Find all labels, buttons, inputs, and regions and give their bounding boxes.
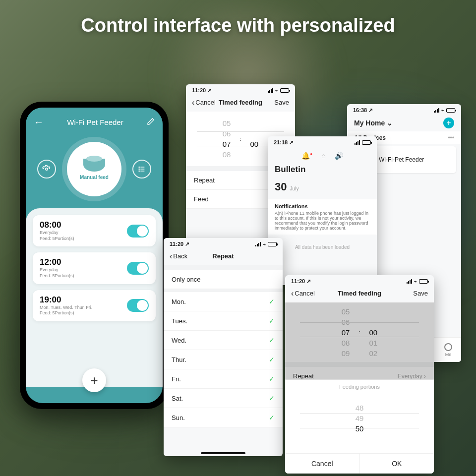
status-time: 11:20 ↗	[291, 278, 311, 285]
sheet-cancel-button[interactable]: Cancel	[285, 454, 360, 474]
save-button[interactable]: Save	[403, 290, 428, 297]
bowl-icon	[83, 159, 105, 172]
notification-body: A(n) iPhone 11 mobile phone has just log…	[275, 211, 368, 231]
schedule-item[interactable]: 19:00 Mon. Tues. Wed. Thur. Fri. Feed: 5…	[33, 290, 156, 321]
check-icon: ✓	[269, 356, 275, 363]
more-icon[interactable]: •••	[448, 134, 454, 141]
schedule-time: 19:00	[40, 295, 92, 305]
schedule-item[interactable]: 12:00 Everyday Feed: 5Portion(s)	[33, 252, 156, 284]
home-icon[interactable]: ⌂	[321, 152, 325, 160]
status-icons: ⌁	[255, 241, 277, 247]
save-button[interactable]: Save	[264, 99, 289, 106]
notification-card[interactable]: Notifications A(n) iPhone 11 mobile phon…	[268, 199, 377, 235]
repeat-label: Repeat	[293, 372, 314, 380]
manual-feed-button[interactable]: Manual feed	[67, 142, 121, 196]
home-indicator	[201, 452, 245, 454]
schedule-feed: Feed: 5Portion(s)	[40, 310, 92, 316]
portions-sheet: Feeding portions 48 49 50 Cancel OK	[285, 379, 434, 474]
edit-icon[interactable]	[147, 118, 155, 127]
bell-icon[interactable]: 🔔●	[301, 152, 312, 160]
day-row[interactable]: Tues.✓	[164, 311, 283, 331]
check-icon: ✓	[269, 298, 275, 305]
day-row[interactable]: Thur.✓	[164, 350, 283, 369]
status-icons	[355, 140, 371, 145]
schedule-item[interactable]: 08:00 Everyday Feed: 5Portion(s)	[33, 215, 156, 246]
status-time: 11:20 ↗	[170, 241, 189, 247]
check-icon: ✓	[269, 394, 275, 402]
status-icons: ⌁	[407, 279, 428, 284]
schedule-time: 12:00	[40, 257, 74, 267]
notification-title: Notifications	[275, 203, 370, 209]
schedule-toggle[interactable]	[127, 262, 149, 275]
back-icon[interactable]: ←	[34, 117, 44, 128]
device-name: Wi-Fi-Pet Feeder	[379, 156, 424, 163]
headline: Control interface with personalized	[0, 15, 476, 36]
status-time: 21:18 ↗	[274, 139, 294, 146]
cancel-button[interactable]: ‹Cancel	[291, 289, 316, 298]
schedule-days: Everyday	[40, 230, 74, 236]
screen-title: Repeat	[212, 252, 234, 260]
manual-feed-label: Manual feed	[80, 175, 109, 180]
speaker-icon[interactable]: 🔊	[335, 152, 343, 160]
phone-main: ← Wi-Fi Pet Feeder Manual feed	[20, 102, 169, 409]
tab-me[interactable]: Me	[444, 343, 452, 357]
status-time: 11:20 ↗	[192, 87, 212, 94]
add-schedule-button[interactable]: +	[82, 368, 106, 392]
day-row[interactable]: Sat.✓	[164, 389, 283, 408]
schedule-feed: Feed: 5Portion(s)	[40, 236, 74, 242]
status-icons: ⌁	[268, 88, 289, 93]
svg-point-6	[139, 171, 139, 171]
schedule-feed: Feed: 5Portion(s)	[40, 273, 74, 279]
day-row[interactable]: Wed.✓	[164, 331, 283, 350]
check-icon: ✓	[269, 336, 275, 344]
only-once-row[interactable]: Only once	[164, 270, 283, 289]
feed-label: Feed	[194, 195, 209, 203]
day-row[interactable]: Sun.✓	[164, 408, 283, 427]
status-icons: ⌁	[434, 108, 455, 113]
screen-title: Wi-Fi Pet Feeder	[44, 118, 147, 126]
settings-button[interactable]	[37, 160, 56, 178]
schedule-toggle[interactable]	[127, 225, 149, 238]
home-selector[interactable]: My Home ⌄	[354, 119, 393, 127]
screen-title: Timed feeding	[338, 290, 381, 297]
screen-repeat: 11:20 ↗ ⌁ ‹Back Repeat Only once Mon.✓ T…	[164, 238, 283, 456]
back-button[interactable]: ‹Back	[170, 251, 194, 260]
svg-point-4	[139, 167, 139, 167]
screen-timed-feeding-sheet: 11:20 ↗ ⌁ ‹Cancel Timed feeding Save 05 …	[285, 275, 434, 474]
day-row[interactable]: Mon.✓	[164, 292, 283, 311]
schedule-time: 08:00	[40, 220, 74, 230]
svg-point-0	[46, 168, 48, 171]
time-picker[interactable]: 05 06 07 08 09 : 00 01 02	[285, 302, 434, 362]
sheet-ok-button[interactable]: OK	[360, 454, 434, 474]
schedule-days: Mon. Tues. Wed. Thur. Fri.	[40, 305, 92, 311]
repeat-label: Repeat	[194, 177, 215, 184]
cancel-button[interactable]: ‹Cancel	[192, 98, 217, 107]
screen-bulletin: 21:18 ↗ 🔔● ⌂ 🔊 Bulletin 30 July Notifica…	[268, 136, 377, 285]
user-icon	[444, 343, 452, 351]
check-icon: ✓	[269, 375, 275, 383]
schedule-days: Everyday	[40, 267, 74, 273]
add-device-button[interactable]: +	[443, 118, 454, 128]
check-icon: ✓	[269, 414, 275, 421]
schedule-toggle[interactable]	[127, 299, 149, 312]
sheet-title: Feeding portions	[285, 380, 434, 394]
day-row[interactable]: Fri.✓	[164, 369, 283, 389]
portions-picker[interactable]: 48 49 50	[285, 394, 434, 453]
list-button[interactable]	[132, 160, 151, 178]
svg-point-5	[139, 169, 139, 169]
screen-title: Timed feeding	[219, 99, 262, 106]
bulletin-title: Bulletin	[275, 165, 370, 175]
status-time: 16:38 ↗	[353, 107, 373, 114]
bulletin-date: 30 July	[268, 178, 377, 195]
check-icon: ✓	[269, 317, 275, 325]
loaded-text: All data has been loaded	[268, 235, 377, 260]
